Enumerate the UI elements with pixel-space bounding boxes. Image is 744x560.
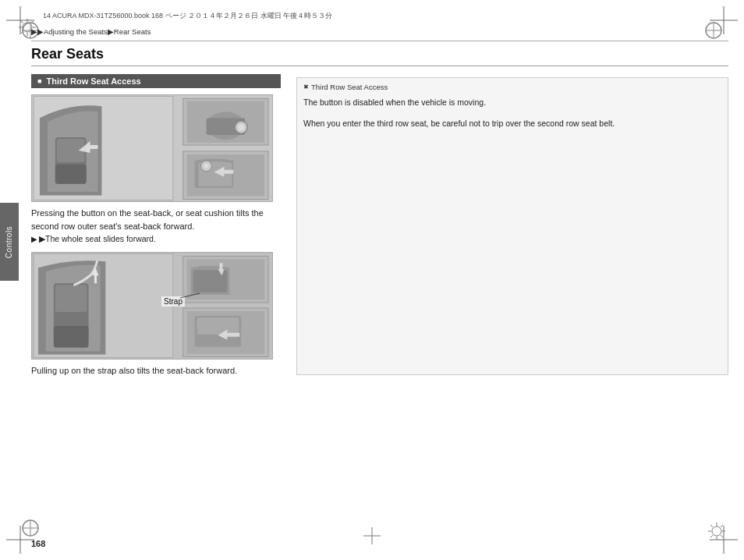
subsection-heading: Third Row Seat Access [31,74,281,88]
svg-line-22 [21,21,23,23]
svg-line-32 [721,535,723,537]
svg-rect-55 [55,285,87,312]
svg-point-51 [204,164,209,168]
section-title: Rear Seats [31,46,728,66]
right-column: Third Row Seat Access The button is disa… [296,74,728,383]
breadcrumb: ▶▶Adjusting the Seats▶Rear Seats [31,27,728,36]
top-image-text: Pressing the button on the seat-back, or… [31,205,281,252]
svg-line-25 [21,31,23,34]
bottom-car-image: Strap [31,252,273,360]
file-info-bar: 14 ACURA MDX-31TZ56000.book 168 ページ ２０１４… [43,11,701,21]
svg-rect-41 [55,165,87,184]
top-car-svg [32,94,272,202]
svg-rect-56 [54,326,89,348]
svg-rect-63 [197,317,239,335]
note-text-2: When you enter the third row seat, be ca… [303,117,721,130]
two-column-layout: Third Row Seat Access [31,74,728,383]
note-title: Third Row Seat Access [303,83,721,91]
left-column: Third Row Seat Access [31,74,281,383]
svg-line-24 [31,21,34,23]
bottom-center-crosshair [363,527,381,546]
strap-label: Strap [161,296,185,307]
svg-line-34 [710,535,713,537]
page-number: 168 [31,539,45,548]
note-text-1: The button is disabled when the vehicle … [303,96,721,109]
svg-point-47 [238,124,244,130]
bottom-image-text: Pulling up on the strap also tilts the s… [31,363,281,384]
sidebar-controls: Controls [0,203,19,281]
main-content: ▶▶Adjusting the Seats▶Rear Seats Rear Se… [31,27,728,529]
bottom-car-svg [32,252,272,360]
top-car-image [31,94,273,202]
note-box: Third Row Seat Access The button is disa… [296,77,728,375]
